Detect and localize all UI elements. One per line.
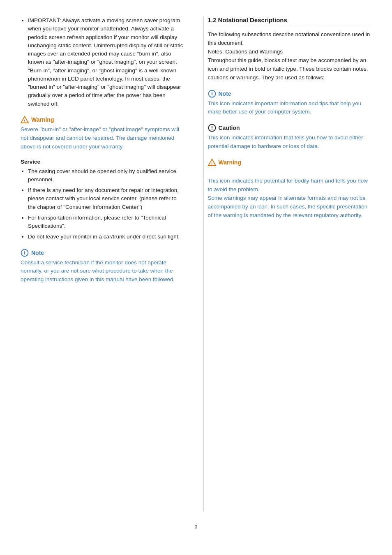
two-column-layout: IMPORTANT: Always activate a moving scre…: [21, 16, 371, 511]
warning-label-1: Warning: [31, 116, 54, 123]
caution-icon-1: [208, 124, 216, 132]
note-title-2: Note: [208, 90, 372, 98]
warning-title-2: ! Warning: [208, 158, 372, 166]
page-number: 2: [21, 524, 371, 530]
service-bullet-list: The casing cover should be opened only b…: [21, 167, 184, 241]
warning-title-1: ! Warning: [21, 116, 184, 124]
intro-text: The following subsections describe notat…: [208, 30, 372, 82]
page: IMPORTANT: Always activate a moving scre…: [0, 0, 392, 555]
svg-rect-9: [212, 126, 212, 129]
svg-rect-4: [24, 251, 25, 252]
svg-rect-3: [24, 252, 25, 254]
svg-rect-10: [212, 129, 212, 130]
warning-icon-2: !: [208, 158, 216, 166]
note-icon-2: [208, 90, 216, 98]
right-column: 1.2 Notational Descriptions The followin…: [203, 16, 372, 511]
intro-bullet-list: IMPORTANT: Always activate a moving scre…: [21, 16, 184, 108]
caution-title-1: Caution: [208, 124, 372, 132]
service-label: Service: [21, 159, 184, 165]
svg-text:!: !: [24, 118, 25, 123]
note-label-1: Note: [31, 250, 44, 256]
svg-rect-6: [212, 93, 212, 95]
note-block-2: Note This icon indicates important infor…: [208, 90, 372, 117]
note-text-1: Consult a service technician if the moni…: [21, 259, 184, 284]
note-text-2: This icon indicates important informatio…: [208, 99, 372, 117]
service-bullet-4: Do not leave your monitor in a car/trunk…: [28, 233, 184, 241]
note-label-2: Note: [219, 90, 231, 97]
warning-icon-1: !: [21, 116, 29, 124]
warning-text-2: This icon indicates the potential for bo…: [208, 168, 372, 220]
note-icon-1: [21, 249, 29, 257]
warning-label-2: Warning: [219, 159, 241, 166]
caution-block-1: Caution This icon indicates information …: [208, 124, 372, 151]
service-section: Service The casing cover should be opene…: [21, 159, 184, 241]
note-title-1: Note: [21, 249, 184, 257]
svg-text:!: !: [211, 162, 212, 166]
caution-label-1: Caution: [219, 125, 240, 131]
warning-block-2: ! Warning This icon indicates the potent…: [208, 158, 372, 220]
service-bullet-3: For transportation information, please r…: [28, 214, 184, 231]
warning-block-1: ! Warning Severe "burn-in" or "after-ima…: [21, 116, 184, 151]
section-title-1-2: 1.2 Notational Descriptions: [208, 16, 372, 26]
service-bullet-2: If there is any need for any document fo…: [28, 186, 184, 211]
service-bullet-1: The casing cover should be opened only b…: [28, 167, 184, 184]
svg-rect-7: [212, 92, 212, 92]
warning-text-1: Severe "burn-in" or "after-image" or "gh…: [21, 125, 184, 151]
caution-text-1: This icon indicates information that tel…: [208, 134, 372, 151]
note-block-1: Note Consult a service technician if the…: [21, 249, 184, 284]
left-column: IMPORTANT: Always activate a moving scre…: [21, 16, 189, 511]
bullet-item-important: IMPORTANT: Always activate a moving scre…: [28, 16, 184, 108]
